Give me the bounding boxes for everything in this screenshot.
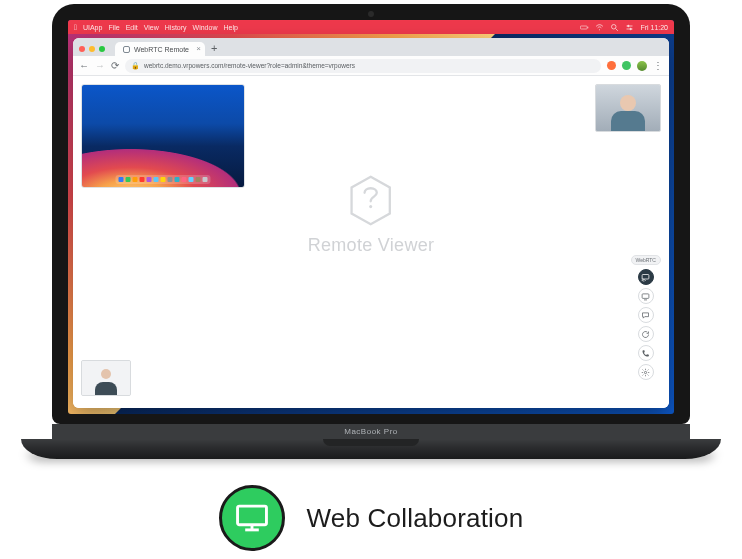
- laptop-base: [21, 439, 721, 459]
- url-text: webrtc.demo.vrpowers.com/remote-viewer?r…: [144, 62, 355, 69]
- caption-label: Web Collaboration: [307, 503, 524, 534]
- lock-icon: 🔒: [131, 62, 140, 70]
- dock-app-icon: [140, 177, 145, 182]
- settings-button[interactable]: [638, 364, 654, 380]
- page-content: Remote Viewer WebRTC: [73, 76, 669, 408]
- svg-rect-14: [237, 506, 266, 525]
- svg-rect-0: [581, 26, 588, 29]
- browser-toolbar: ← → ⟳ 🔒 webrtc.demo.vrpowers.com/remote-…: [73, 56, 669, 76]
- remote-webcam[interactable]: [595, 84, 661, 132]
- refresh-icon: [641, 330, 650, 339]
- svg-point-3: [612, 24, 617, 29]
- wifi-icon: [595, 23, 604, 32]
- browser-tabstrip: WebRTC Remote × +: [73, 38, 669, 56]
- nav-reload-button[interactable]: ⟳: [111, 60, 119, 71]
- mini-dock: [116, 175, 211, 184]
- svg-point-6: [628, 25, 630, 27]
- remote-viewer-logo: Remote Viewer: [308, 175, 435, 256]
- window-close-button[interactable]: [79, 46, 85, 52]
- dock-app-icon: [154, 177, 159, 182]
- trackpad-notch: [323, 439, 419, 446]
- svg-rect-1: [588, 26, 589, 28]
- screen-share-thumbnail[interactable]: [81, 84, 245, 188]
- extension-icon[interactable]: [622, 61, 631, 70]
- search-icon[interactable]: [610, 23, 619, 32]
- dock-app-icon: [147, 177, 152, 182]
- laptop-model-label: MacBook Pro: [52, 424, 690, 439]
- dock-app-icon: [168, 177, 173, 182]
- desktop-wallpaper:  UIApp File Edit View History Window He…: [68, 20, 674, 414]
- connection-pill: WebRTC: [631, 255, 661, 265]
- nav-back-button[interactable]: ←: [79, 60, 89, 71]
- menubar-clock: Fri 11:20: [640, 24, 668, 31]
- call-controls: WebRTC: [631, 255, 661, 380]
- tab-close-icon[interactable]: ×: [196, 44, 201, 53]
- menu-window[interactable]: Window: [193, 24, 218, 31]
- dock-app-icon: [126, 177, 131, 182]
- profile-avatar-icon[interactable]: [637, 61, 647, 71]
- address-bar[interactable]: 🔒 webrtc.demo.vrpowers.com/remote-viewer…: [125, 59, 601, 73]
- laptop-mockup:  UIApp File Edit View History Window He…: [52, 4, 690, 459]
- dock-app-icon: [203, 177, 208, 182]
- tab-favicon: [123, 46, 130, 53]
- battery-icon: [580, 23, 589, 32]
- dock-app-icon: [175, 177, 180, 182]
- hexagon-icon: [348, 175, 394, 227]
- svg-point-9: [369, 206, 372, 209]
- menu-edit[interactable]: Edit: [126, 24, 138, 31]
- svg-point-2: [599, 29, 600, 30]
- menu-view[interactable]: View: [144, 24, 159, 31]
- laptop-camera: [368, 11, 374, 17]
- menu-help[interactable]: Help: [223, 24, 237, 31]
- chat-button[interactable]: [638, 307, 654, 323]
- menu-file[interactable]: File: [108, 24, 119, 31]
- browser-window: WebRTC Remote × + ← → ⟳ 🔒 webrtc.demo.vr…: [73, 38, 669, 408]
- new-tab-button[interactable]: +: [211, 42, 217, 56]
- caption-row: Web Collaboration: [219, 485, 524, 551]
- browser-tab[interactable]: WebRTC Remote ×: [115, 42, 205, 56]
- macos-menubar:  UIApp File Edit View History Window He…: [68, 20, 674, 34]
- cast-icon: [641, 273, 650, 282]
- hangup-button[interactable]: [638, 345, 654, 361]
- gear-icon: [641, 368, 650, 377]
- svg-rect-10: [642, 274, 649, 279]
- refresh-button[interactable]: [638, 326, 654, 342]
- svg-line-4: [616, 28, 618, 30]
- local-webcam[interactable]: [81, 360, 131, 396]
- app-name-menu[interactable]: UIApp: [83, 24, 102, 31]
- screen-icon: [641, 292, 650, 301]
- menu-history[interactable]: History: [165, 24, 187, 31]
- control-center-icon[interactable]: [625, 23, 634, 32]
- tab-title: WebRTC Remote: [134, 46, 189, 53]
- window-traffic-lights: [77, 46, 109, 56]
- dock-app-icon: [182, 177, 187, 182]
- svg-point-8: [630, 28, 632, 30]
- cast-button[interactable]: [638, 269, 654, 285]
- screen-button[interactable]: [638, 288, 654, 304]
- monitor-icon: [219, 485, 285, 551]
- remote-viewer-label: Remote Viewer: [308, 235, 435, 256]
- dock-app-icon: [189, 177, 194, 182]
- svg-rect-11: [642, 294, 649, 299]
- dock-app-icon: [196, 177, 201, 182]
- window-minimize-button[interactable]: [89, 46, 95, 52]
- dock-app-icon: [133, 177, 138, 182]
- extension-icon[interactable]: [607, 61, 616, 70]
- phone-icon: [641, 349, 650, 358]
- browser-menu-button[interactable]: ⋮: [653, 60, 663, 71]
- dock-app-icon: [119, 177, 124, 182]
- screen-bezel:  UIApp File Edit View History Window He…: [52, 4, 690, 424]
- apple-menu-icon[interactable]: : [74, 23, 77, 32]
- nav-forward-button[interactable]: →: [95, 60, 105, 71]
- chat-icon: [641, 311, 650, 320]
- svg-point-13: [645, 371, 647, 373]
- dock-app-icon: [161, 177, 166, 182]
- window-zoom-button[interactable]: [99, 46, 105, 52]
